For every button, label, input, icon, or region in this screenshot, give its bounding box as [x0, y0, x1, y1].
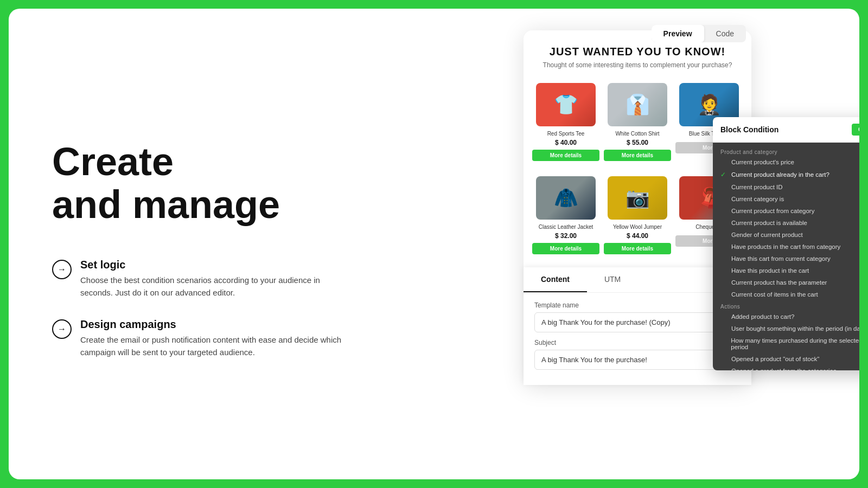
tab-preview[interactable]: Preview [652, 25, 704, 42]
product-price-1: $ 55.00 [627, 139, 648, 146]
bc-list-item[interactable]: ✓Current product already in the cart? [713, 168, 859, 181]
bc-item-label: How many times purchased during the sele… [731, 337, 859, 350]
bc-item-label: Current category is [731, 196, 784, 202]
main-card: Create and manage → Set logic Choose the… [9, 9, 859, 479]
bc-list-item[interactable]: Current product has the parameter [713, 277, 859, 288]
bc-list-item[interactable]: Added product to cart? [713, 311, 859, 323]
features-list: → Set logic Choose the best condition sc… [52, 259, 383, 358]
email-subtitle: Thought of some interesting items to com… [534, 61, 741, 69]
bc-item-label: Current product's price [731, 159, 794, 165]
bc-list-item[interactable]: Current product from category [713, 205, 859, 217]
bc-item-label: Current product has the parameter [731, 279, 827, 286]
bc-list-item[interactable]: User bought something within the period … [713, 323, 859, 335]
product-name-0: Red Sports Tee [547, 131, 585, 137]
preview-code-tabs: Preview Code [652, 25, 746, 42]
bc-ok-button[interactable]: Ok [852, 124, 859, 136]
more-details-btn-0[interactable]: More details [532, 150, 599, 161]
hero-title: Create and manage [52, 140, 383, 226]
subject-label: Subject [534, 339, 741, 346]
bc-item-label: Opened a product "out of stock" [731, 356, 819, 362]
bc-list-item[interactable]: How many times purchased during the sele… [713, 335, 859, 353]
bc-list-item[interactable]: Opened a product "out of stock" [713, 353, 859, 365]
tab-code[interactable]: Code [704, 25, 746, 42]
product-img-wool: 📷 [608, 176, 667, 220]
bc-list-item[interactable]: Have this product in the cart [713, 265, 859, 277]
bc-list-item[interactable]: Have this cart from current category [713, 253, 859, 265]
product-price-3: $ 32.00 [555, 232, 577, 240]
feature-design-campaigns: → Design campaigns Create the email or p… [52, 318, 383, 358]
subject-input[interactable] [534, 350, 741, 370]
bc-item-label: Current product is available [731, 220, 807, 226]
bc-list-item[interactable]: Current product's price [713, 156, 859, 168]
bc-item-label: Current cost of items in the cart [731, 291, 818, 298]
product-name-3: Classic Leather Jacket [539, 224, 593, 230]
tab-utm[interactable]: UTM [587, 267, 638, 292]
bc-list-item[interactable]: Current product ID [713, 181, 859, 193]
bc-item-label: Opened a product from the categories [731, 368, 837, 370]
block-condition-panel: Block Condition Ok Product and categoryC… [713, 117, 859, 370]
bc-item-label: Current product ID [731, 184, 783, 190]
product-name-1: White Cotton Shirt [615, 131, 659, 137]
arrow-icon-1: → [52, 260, 72, 279]
bc-header: Block Condition Ok [713, 117, 859, 143]
bc-item-label: Have products in the cart from category [731, 243, 840, 250]
email-title: JUST WANTED YOU TO KNOW! [534, 46, 741, 58]
template-name-label: Template name [534, 301, 741, 309]
more-details-btn-4[interactable]: More details [604, 243, 671, 254]
bc-list-item[interactable]: Have products in the cart from category [713, 241, 859, 253]
bc-list-item[interactable]: Current category is [713, 193, 859, 205]
bc-item-label: Gender of current product [731, 232, 803, 238]
product-price-0: $ 40.00 [555, 139, 577, 146]
product-price-4: $ 44.00 [627, 232, 648, 240]
product-col-4: 📷 Yellow Wool Jumper $ 44.00 More detail… [602, 174, 673, 256]
bc-list-item[interactable]: Current cost of items in the cart [713, 288, 859, 300]
bc-item-label: Current product from category [731, 208, 814, 214]
feature-design-campaigns-text: Design campaigns Create the email or pus… [80, 318, 352, 358]
feature-set-logic-text: Set logic Choose the best condition scen… [80, 259, 352, 299]
product-col-1: 👔 White Cotton Shirt $ 55.00 More detail… [602, 81, 673, 163]
product-img-white-shirt: 👔 [608, 83, 667, 126]
bc-list-item[interactable]: Current product is available [713, 217, 859, 229]
bc-item-label: Added product to cart? [731, 313, 794, 320]
bc-section-label: Actions [713, 300, 859, 311]
bc-checkmark-icon: ✓ [720, 171, 728, 178]
product-img-red-tee: 👕 [536, 83, 596, 126]
bc-item-label: Current product already in the cart? [731, 171, 829, 178]
right-panel: Preview Code JUST WANTED YOU TO KNOW! Th… [416, 9, 859, 479]
arrow-icon-2: → [52, 319, 72, 339]
more-details-btn-1[interactable]: More details [604, 150, 671, 161]
more-details-btn-3[interactable]: More details [532, 243, 599, 254]
bc-section-label: Product and category [713, 146, 859, 156]
bc-item-label: Have this product in the cart [731, 267, 809, 274]
tab-content[interactable]: Content [524, 267, 587, 292]
feature-set-logic: → Set logic Choose the best condition sc… [52, 259, 383, 299]
template-name-input[interactable] [534, 312, 741, 332]
bc-title: Block Condition [720, 125, 778, 134]
bc-item-label: Have this cart from current category [731, 255, 831, 262]
product-name-4: Yellow Wool Jumper [613, 224, 662, 230]
bc-list: Product and categoryCurrent product's pr… [713, 143, 859, 370]
bc-item-label: User bought something within the period … [731, 325, 859, 332]
product-img-leather: 🧥 [536, 176, 596, 220]
product-col-3: 🧥 Classic Leather Jacket $ 32.00 More de… [530, 174, 602, 256]
product-col-0: 👕 Red Sports Tee $ 40.00 More details [530, 81, 602, 163]
bc-list-item[interactable]: Gender of current product [713, 229, 859, 241]
left-panel: Create and manage → Set logic Choose the… [9, 9, 416, 479]
bc-list-item[interactable]: Opened a product from the categories [713, 365, 859, 370]
